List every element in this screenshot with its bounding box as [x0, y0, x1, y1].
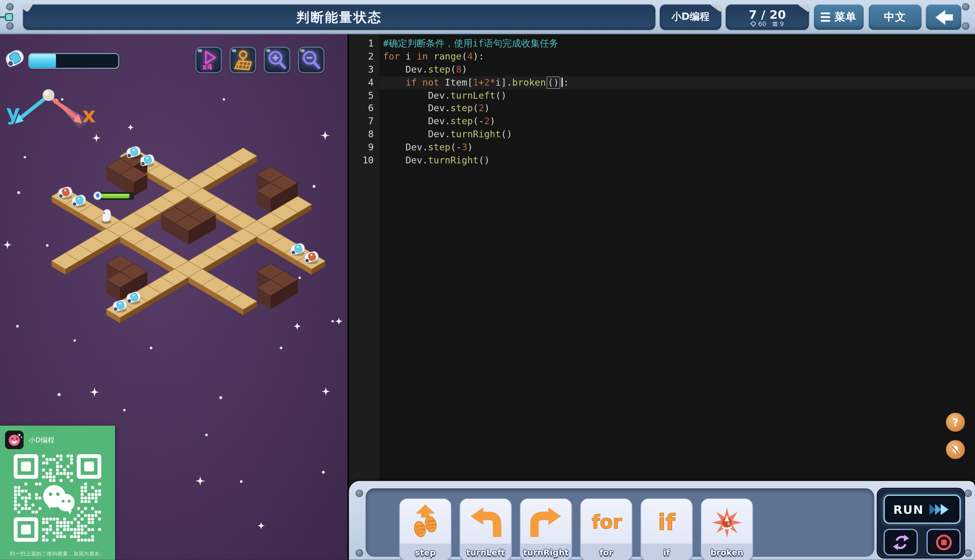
bell-slash-icon — [950, 444, 961, 455]
block-label: for — [581, 544, 632, 560]
code-line: Dev.step(8) — [379, 63, 975, 77]
zoom-out-icon — [300, 49, 322, 71]
star-dot-icon — [150, 347, 152, 349]
footsteps-icon — [400, 499, 451, 544]
block-step-button[interactable]: step — [399, 498, 451, 560]
hint-mute-button[interactable] — [946, 440, 965, 459]
block-palette-panel: stepturnLeftturnRightforforififbroken RU… — [349, 481, 975, 560]
line-number: 10 — [349, 154, 379, 167]
avatar — [5, 431, 24, 449]
sparkle-icon — [3, 241, 12, 249]
line-number: 7 — [349, 115, 379, 128]
menu-button[interactable]: 菜单 — [814, 4, 864, 30]
language-button[interactable]: 中文 — [869, 4, 922, 30]
turn-right-icon — [521, 499, 571, 544]
reset-button[interactable] — [883, 529, 918, 555]
code-line: #确定判断条件，使用if语句完成收集任务 — [379, 37, 975, 50]
sparkle-icon — [128, 124, 134, 130]
qr-caption: 扫一扫上面的二维码图案，加我为朋友。 — [0, 550, 115, 557]
screw-icon — [356, 549, 363, 557]
map-pin-icon — [232, 49, 254, 71]
block-for-button[interactable]: forfor — [580, 498, 633, 560]
code-line: Dev.turnRight() — [379, 154, 975, 167]
star-dot-icon — [222, 98, 225, 101]
code-line: Dev.step(-3) — [379, 141, 975, 154]
screw-icon — [6, 3, 13, 10]
help-button[interactable]: ? — [946, 413, 965, 432]
sparkle-icon — [195, 476, 205, 486]
stop-icon — [935, 533, 952, 551]
star-dot-icon — [17, 191, 20, 194]
svg-text:x4: x4 — [202, 62, 212, 71]
star-dot-icon — [123, 409, 126, 411]
energy-progress-fill — [29, 54, 56, 68]
star-dot-icon — [57, 393, 61, 396]
run-button[interactable]: RUN — [883, 495, 961, 523]
screw-icon — [962, 3, 969, 10]
question-mark-icon: ? — [952, 416, 959, 428]
line-number: 8 — [349, 128, 379, 141]
star-dot-icon — [299, 277, 301, 279]
block-turnRight-button[interactable]: turnRight — [520, 498, 572, 560]
block-label: turnRight — [521, 544, 571, 560]
text-cursor — [561, 77, 563, 87]
block-turnLeft-button[interactable]: turnLeft — [459, 498, 512, 560]
screw-icon — [6, 22, 13, 30]
brand-button[interactable]: 小D编程 — [660, 4, 721, 30]
plug-icon — [5, 13, 13, 21]
block-label: broken — [701, 544, 752, 560]
player-health-bar — [93, 192, 134, 200]
reset-icon — [892, 533, 910, 551]
level-title-panel: 判断能量状态 — [23, 4, 656, 30]
qr-code — [13, 454, 101, 542]
star-dot-icon — [322, 471, 325, 474]
zoom-out-button[interactable] — [298, 47, 324, 73]
line-count: 9 — [780, 20, 784, 27]
sparkle-icon — [322, 387, 330, 396]
star-dot-icon — [312, 185, 316, 188]
speed-button[interactable]: x4 — [195, 47, 222, 73]
star-dot-icon — [24, 156, 26, 158]
if-keyword-icon: if — [641, 499, 692, 544]
wechat-qr-card: 小D编程 扫一扫上面的二维码图案，加我为朋友。 — [0, 426, 115, 560]
star-dot-icon — [219, 396, 222, 399]
line-number: 3 — [349, 63, 379, 77]
code-line: Dev.turnLeft() — [379, 89, 975, 102]
zoom-in-button[interactable] — [264, 47, 290, 73]
back-button[interactable] — [926, 4, 961, 30]
star-dot-icon — [46, 244, 49, 247]
block-if-button[interactable]: ifif — [640, 498, 693, 560]
line-number: 9 — [349, 141, 379, 154]
fast-forward-icon — [929, 502, 951, 516]
star-dot-icon — [205, 433, 208, 436]
map-button[interactable] — [229, 47, 256, 73]
star-dot-icon — [73, 339, 76, 342]
energy-item — [125, 145, 142, 159]
code-line: Dev.step(2) — [379, 102, 975, 115]
code-line: for i in range(4): — [379, 50, 975, 63]
zoom-in-icon — [266, 49, 288, 71]
turn-left-icon — [460, 499, 511, 544]
level-progress-label: 7 / 20 — [749, 8, 786, 20]
y-axis-label: y — [6, 100, 20, 125]
line-number: 6 — [349, 102, 379, 115]
svg-text:for: for — [592, 511, 622, 533]
code-line: Dev.turnRight() — [379, 128, 975, 141]
plug-wire-icon — [0, 16, 5, 18]
lines-icon — [772, 21, 778, 27]
screw-icon — [962, 22, 969, 30]
block-label: turnLeft — [460, 544, 511, 560]
gem-icon — [751, 21, 756, 27]
level-progress-indicator: 7 / 20 60 9 — [726, 4, 809, 30]
sparkle-icon — [92, 133, 101, 142]
stop-button[interactable] — [927, 529, 961, 555]
code-line: if not Item[1+2*i].broken(): — [379, 76, 975, 89]
star-dot-icon — [240, 480, 243, 483]
block-broken-button[interactable]: broken — [701, 498, 753, 560]
svg-text:if: if — [658, 509, 676, 535]
star-dot-icon — [16, 325, 19, 328]
sparkle-icon — [320, 130, 330, 140]
block-tray: stepturnLeftturnRightforforififbroken — [366, 488, 874, 557]
broken-item-icon — [701, 499, 752, 544]
app-window: 判断能量状态 小D编程 7 / 20 60 9 — [0, 0, 975, 560]
